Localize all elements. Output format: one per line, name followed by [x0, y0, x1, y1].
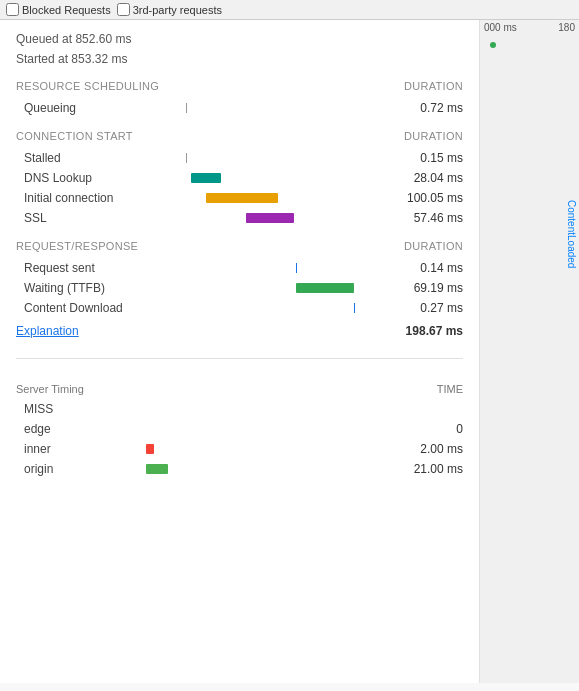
request-response-section: Request/Response DURATION Request sent 0… — [16, 240, 463, 318]
explanation-row: Explanation 198.67 ms — [16, 318, 463, 344]
timing-row-ssl: SSL 57.46 ms — [16, 208, 463, 228]
dns-label: DNS Lookup — [16, 171, 146, 185]
stalled-bar-area — [146, 151, 393, 165]
server-timing-section: Server Timing TIME MISS edge 0 inner 2.0… — [0, 383, 479, 495]
dns-bar-area — [146, 171, 393, 185]
content-download-label: Content Download — [16, 301, 146, 315]
timing-row-request-sent: Request sent 0.14 ms — [16, 258, 463, 278]
edge-label: edge — [16, 422, 146, 436]
timing-row-initial-connection: Initial connection 100.05 ms — [16, 188, 463, 208]
edge-duration: 0 — [393, 422, 463, 436]
started-at: Started at 853.32 ms — [16, 50, 463, 68]
initial-connection-label: Initial connection — [16, 191, 146, 205]
right-ms-label-start: 000 ms — [484, 22, 517, 33]
ssl-bar — [246, 213, 294, 223]
origin-bar — [146, 464, 168, 474]
queueing-duration: 0.72 ms — [393, 101, 463, 115]
divider — [16, 358, 463, 359]
request-sent-bar — [296, 263, 297, 273]
initial-connection-duration: 100.05 ms — [393, 191, 463, 205]
edge-bar-area — [146, 422, 393, 436]
content-download-duration: 0.27 ms — [393, 301, 463, 315]
request-response-duration-label: DURATION — [404, 240, 463, 252]
server-row-inner: inner 2.00 ms — [16, 439, 463, 459]
connection-start-title: Connection Start — [16, 130, 133, 142]
miss-label: MISS — [16, 402, 146, 416]
server-row-origin: origin 21.00 ms — [16, 459, 463, 479]
timing-row-stalled: Stalled 0.15 ms — [16, 148, 463, 168]
ttfb-bar-area — [146, 281, 393, 295]
connection-start-section: Connection Start DURATION Stalled 0.15 m… — [16, 130, 463, 228]
ttfb-label: Waiting (TTFB) — [16, 281, 146, 295]
right-panel: 000 ms 180 ContentLoaded — [480, 20, 579, 683]
stalled-bar — [186, 153, 187, 163]
server-timing-header: Server Timing TIME — [16, 383, 463, 395]
request-sent-bar-area — [146, 261, 393, 275]
queueing-label: Queueing — [16, 101, 146, 115]
request-sent-duration: 0.14 ms — [393, 261, 463, 275]
dns-duration: 28.04 ms — [393, 171, 463, 185]
request-response-header: Request/Response DURATION — [16, 240, 463, 254]
resource-scheduling-header: Resource Scheduling DURATION — [16, 80, 463, 94]
ttfb-duration: 69.19 ms — [393, 281, 463, 295]
timing-row-dns: DNS Lookup 28.04 ms — [16, 168, 463, 188]
top-bar: Blocked Requests 3rd-party requests — [0, 0, 579, 20]
blocked-requests-checkbox[interactable]: Blocked Requests — [6, 3, 111, 16]
stalled-duration: 0.15 ms — [393, 151, 463, 165]
right-ms-label-end: 180 — [558, 22, 575, 33]
inner-bar — [146, 444, 154, 454]
miss-bar-area — [146, 402, 393, 416]
green-indicator — [490, 42, 496, 48]
stalled-label: Stalled — [16, 151, 146, 165]
content-download-bar-area — [146, 301, 393, 315]
dns-bar — [191, 173, 221, 183]
left-panel: Queued at 852.60 ms Started at 853.32 ms… — [0, 20, 480, 683]
request-sent-label: Request sent — [16, 261, 146, 275]
inner-bar-area — [146, 442, 393, 456]
connection-start-header: Connection Start DURATION — [16, 130, 463, 144]
initial-connection-bar-area — [146, 191, 393, 205]
origin-duration: 21.00 ms — [393, 462, 463, 476]
timing-panel: Queued at 852.60 ms Started at 853.32 ms… — [0, 20, 479, 383]
content-loaded-label: ContentLoaded — [566, 200, 577, 268]
resource-scheduling-title: Resource Scheduling — [16, 80, 159, 92]
timing-row-ttfb: Waiting (TTFB) 69.19 ms — [16, 278, 463, 298]
content-download-bar — [354, 303, 355, 313]
ssl-duration: 57.46 ms — [393, 211, 463, 225]
server-timing-title: Server Timing — [16, 383, 84, 395]
origin-bar-area — [146, 462, 393, 476]
inner-duration: 2.00 ms — [393, 442, 463, 456]
explanation-link[interactable]: Explanation — [16, 324, 79, 338]
initial-connection-bar — [206, 193, 278, 203]
timing-row-content-download: Content Download 0.27 ms — [16, 298, 463, 318]
queueing-bar-area — [146, 101, 393, 115]
queued-at: Queued at 852.60 ms — [16, 30, 463, 48]
connection-start-duration-label: DURATION — [404, 130, 463, 142]
queueing-bar — [186, 103, 187, 113]
resource-scheduling-duration-label: DURATION — [404, 80, 463, 92]
ssl-label: SSL — [16, 211, 146, 225]
total-duration: 198.67 ms — [406, 324, 463, 338]
third-party-checkbox[interactable]: 3rd-party requests — [117, 3, 222, 16]
timing-row-queueing: Queueing 0.72 ms — [16, 98, 463, 118]
ssl-bar-area — [146, 211, 393, 225]
request-response-title: Request/Response — [16, 240, 138, 252]
ttfb-bar — [296, 283, 354, 293]
server-row-miss: MISS — [16, 399, 463, 419]
server-row-edge: edge 0 — [16, 419, 463, 439]
resource-scheduling-section: Resource Scheduling DURATION Queueing 0.… — [16, 80, 463, 118]
inner-label: inner — [16, 442, 146, 456]
server-timing-time-label: TIME — [437, 383, 463, 395]
main-container: Queued at 852.60 ms Started at 853.32 ms… — [0, 20, 579, 683]
origin-label: origin — [16, 462, 146, 476]
